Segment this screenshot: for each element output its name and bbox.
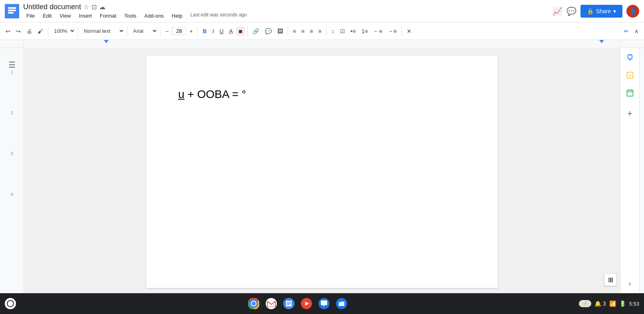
sidebar-calendar-icon[interactable]: [624, 86, 636, 99]
menu-help[interactable]: Help: [169, 12, 186, 20]
underline-button[interactable]: U: [217, 26, 226, 36]
checklist-button[interactable]: ☑: [338, 26, 348, 36]
image-button[interactable]: 🖼: [275, 26, 285, 36]
docs-taskbar-icon[interactable]: [282, 296, 296, 311]
document-page: u + OOBA = °: [146, 56, 498, 288]
paint-format-button[interactable]: 🖌: [35, 26, 46, 36]
menu-view[interactable]: View: [56, 12, 74, 20]
menu-bar: File Edit View Insert Format Tools Add-o…: [23, 12, 553, 20]
doc-area[interactable]: u + OOBA = °: [24, 48, 620, 293]
separator-1: [48, 26, 48, 36]
menu-edit[interactable]: Edit: [40, 12, 55, 20]
document-content[interactable]: u + OOBA = °: [178, 88, 466, 101]
font-size-input[interactable]: [172, 27, 186, 35]
doc-title-area: Untitled document ☆ ⊡ ☁ File Edit View I…: [23, 3, 553, 20]
files-icon[interactable]: [334, 296, 349, 311]
star-icon[interactable]: ☆: [83, 3, 89, 11]
numbered-list-button[interactable]: 1≡: [359, 26, 370, 36]
doc-title[interactable]: Untitled document: [23, 3, 81, 11]
text-color-button[interactable]: A: [227, 26, 235, 36]
ruler-num-4: 4: [10, 192, 13, 197]
ruler-num-3: 3: [10, 151, 13, 156]
separator-5: [197, 26, 198, 36]
page-navigator-button[interactable]: ⊞: [604, 273, 617, 286]
app-icon: [5, 4, 19, 18]
zoom-select[interactable]: 100%: [51, 27, 76, 35]
sidebar-tasks-icon[interactable]: [624, 69, 636, 82]
svg-rect-3: [8, 12, 14, 14]
redo-button[interactable]: ↪: [14, 26, 23, 36]
trend-icon[interactable]: 📈: [553, 6, 563, 16]
font-size-decrease-button[interactable]: −: [163, 26, 171, 36]
svg-rect-21: [287, 302, 291, 303]
italic-button[interactable]: I: [210, 26, 217, 36]
comments-icon[interactable]: 💬: [566, 6, 576, 16]
user-avatar[interactable]: 👤: [626, 5, 639, 18]
sidebar-add-button[interactable]: +: [624, 107, 636, 120]
chat-icon[interactable]: [317, 296, 331, 311]
menu-file[interactable]: File: [23, 12, 38, 20]
indent-increase-button[interactable]: →≡: [386, 26, 399, 36]
sidebar-collapse-button[interactable]: ›: [624, 277, 636, 290]
folder-icon[interactable]: ⊡: [91, 3, 97, 11]
menu-addons[interactable]: Add-ons: [141, 12, 167, 20]
ruler-left-spacer: [0, 40, 24, 48]
ruler: [24, 40, 620, 48]
wifi-icon[interactable]: 📶: [609, 300, 616, 307]
menu-format[interactable]: Format: [97, 12, 119, 20]
youtube-icon[interactable]: [299, 296, 314, 311]
edit-pencil-button[interactable]: ✏: [622, 26, 631, 36]
align-left-button[interactable]: ≡: [290, 26, 298, 36]
sidebar-keep-icon[interactable]: [624, 51, 636, 64]
ruler-num-2: 2: [10, 110, 13, 115]
font-select[interactable]: Arial: [130, 27, 158, 35]
undo-button[interactable]: ↩: [3, 26, 13, 36]
svg-rect-1: [8, 7, 16, 9]
align-justify-button[interactable]: ≡: [316, 26, 324, 36]
line-spacing-button[interactable]: ↕: [329, 26, 337, 36]
print-button[interactable]: 🖨: [24, 26, 34, 36]
svg-rect-8: [627, 90, 633, 96]
bold-button[interactable]: B: [200, 26, 209, 36]
scrollbar[interactable]: [639, 48, 644, 293]
share-label: Share: [596, 8, 611, 14]
title-bar: Untitled document ☆ ⊡ ☁ File Edit View I…: [0, 0, 644, 22]
highlight-button[interactable]: ◼: [236, 27, 245, 36]
share-dropdown-icon[interactable]: ▾: [613, 8, 616, 14]
lock-icon: 🔒: [587, 8, 594, 14]
cloud-icon[interactable]: ☁: [99, 3, 105, 11]
indent-decrease-button[interactable]: ←≡: [371, 26, 385, 36]
separator-8: [326, 26, 327, 36]
align-right-button[interactable]: ≡: [307, 26, 315, 36]
doc-text: + OOBA = °: [185, 88, 246, 100]
separator-9: [402, 26, 402, 36]
chrome-icon[interactable]: [246, 296, 261, 311]
share-button[interactable]: 🔒 Share ▾: [580, 5, 622, 18]
align-group: ≡ ≡ ≡ ≡: [290, 26, 324, 36]
text-style-select[interactable]: Normal text: [81, 27, 125, 35]
right-sidebar: + ›: [620, 48, 639, 293]
outline-icon[interactable]: ☰: [8, 60, 16, 70]
clear-formatting-button[interactable]: ✕: [404, 26, 414, 36]
ruler-num-1: 1: [10, 70, 13, 74]
clock: 5:53: [629, 301, 639, 307]
doc-title-row: Untitled document ☆ ⊡ ☁: [23, 3, 553, 11]
svg-rect-6: [630, 59, 630, 61]
bullet-list-button[interactable]: •≡: [348, 26, 358, 36]
gmail-icon[interactable]: [264, 296, 278, 311]
battery-icon[interactable]: 🔋: [619, 300, 626, 307]
svg-point-12: [7, 300, 14, 307]
link-button[interactable]: 🔗: [250, 26, 262, 36]
align-center-button[interactable]: ≡: [299, 26, 307, 36]
taskbar-right: ⚡ 🔔 3 📶 🔋 5:53: [579, 300, 639, 307]
ruler-row: [0, 40, 644, 48]
svg-rect-29: [339, 302, 341, 303]
system-tray-icon[interactable]: [5, 298, 16, 309]
font-size-increase-button[interactable]: +: [187, 26, 195, 36]
collapse-toolbar-button[interactable]: ∧: [632, 26, 641, 36]
menu-insert[interactable]: Insert: [76, 12, 95, 20]
zoom-control[interactable]: 100%: [51, 27, 76, 35]
menu-tools[interactable]: Tools: [121, 12, 139, 20]
volume-icon[interactable]: 🔔 3: [594, 300, 606, 307]
comment-button[interactable]: 💬: [262, 26, 274, 36]
